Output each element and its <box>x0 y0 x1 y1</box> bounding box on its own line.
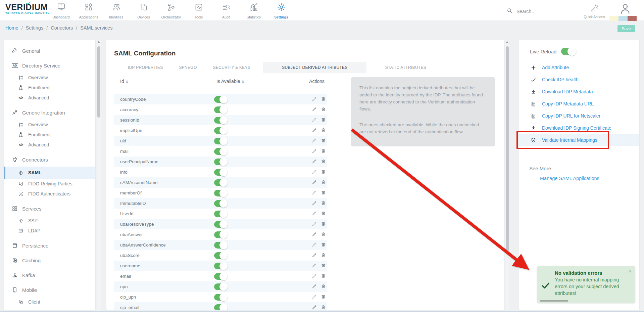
availability-toggle[interactable] <box>214 179 226 186</box>
edit-button[interactable] <box>312 200 317 207</box>
nav-item-identities[interactable]: Identities <box>102 1 130 20</box>
action-download-idp-signing-certificate[interactable]: Download IDP Signing Certificate <box>519 122 639 134</box>
sidebar-item-persistence[interactable]: Persistence <box>4 240 95 251</box>
main-panel-scrollbar[interactable] <box>505 40 509 310</box>
sidebar-item-fido-authenticators[interactable]: FIDO Authenticators <box>4 189 95 199</box>
live-reload-toggle[interactable] <box>561 48 575 55</box>
delete-button[interactable] <box>321 169 326 175</box>
search-input[interactable] <box>516 9 567 14</box>
delete-button[interactable] <box>321 273 326 279</box>
delete-button[interactable] <box>321 253 326 259</box>
availability-toggle[interactable] <box>214 273 226 280</box>
nav-item-tools[interactable]: Tools <box>185 1 212 20</box>
delete-button[interactable] <box>321 221 326 227</box>
tab-security-keys[interactable]: SECURITY & KEYS <box>205 62 259 73</box>
scrollbar-thumb[interactable] <box>506 46 509 252</box>
delete-button[interactable] <box>321 294 326 300</box>
availability-toggle[interactable] <box>214 200 226 207</box>
search-icon[interactable] <box>507 8 512 13</box>
edit-button[interactable] <box>312 169 317 175</box>
availability-toggle[interactable] <box>214 106 226 113</box>
sidebar-item-generic-integration[interactable]: Generic Integration <box>4 107 95 118</box>
availability-toggle[interactable] <box>214 283 226 290</box>
action-validate-internal-mappings[interactable]: Validate Internal Mappings <box>519 134 639 146</box>
tab-idp-properties[interactable]: IDP PROPERTIES <box>120 62 171 73</box>
edit-button[interactable] <box>312 148 317 154</box>
delete-button[interactable] <box>321 232 326 238</box>
user-avatar[interactable] <box>618 3 632 16</box>
scroll-up-arrow-icon[interactable] <box>97 41 100 43</box>
edit-button[interactable] <box>312 221 317 227</box>
sidebar-item-connectors[interactable]: Connectors <box>4 154 95 165</box>
delete-button[interactable] <box>321 138 326 144</box>
edit-button[interactable] <box>312 138 317 144</box>
sidebar-item-enrollment[interactable]: Enrollment <box>4 83 95 93</box>
availability-toggle[interactable] <box>214 263 226 269</box>
edit-button[interactable] <box>312 305 317 310</box>
nav-item-applications[interactable]: Applications <box>75 1 102 20</box>
edit-button[interactable] <box>312 180 317 186</box>
edit-button[interactable] <box>312 242 317 248</box>
toast-close-button[interactable]: × <box>629 268 632 274</box>
sidebar-item-ssp[interactable]: SSP <box>4 216 95 226</box>
sidebar-item-client[interactable]: Client <box>4 297 95 307</box>
scrollbar-thumb[interactable] <box>97 46 100 118</box>
sidebar-item-advanced[interactable]: </>Advanced <box>4 93 95 103</box>
sidebar-scrollbar[interactable] <box>97 40 101 310</box>
nav-item-audit[interactable]: Audit <box>212 1 240 20</box>
edit-button[interactable] <box>312 128 317 134</box>
sidebar-item-general[interactable]: General <box>4 46 95 56</box>
availability-toggle[interactable] <box>214 148 226 155</box>
edit-button[interactable] <box>312 117 317 123</box>
delete-button[interactable] <box>321 190 326 196</box>
sidebar-item-kafka[interactable]: Kafka <box>4 270 95 280</box>
action-copy-idp-metadata-url[interactable]: Copy IDP Metadata URL <box>519 98 639 110</box>
availability-toggle[interactable] <box>214 211 226 217</box>
sidebar-item-enrollment[interactable]: Enrollment <box>4 130 95 140</box>
availability-toggle[interactable] <box>214 252 226 259</box>
action-check-idp-health[interactable]: Check IDP health <box>519 74 639 86</box>
availability-toggle[interactable] <box>214 294 226 301</box>
edit-button[interactable] <box>312 232 317 238</box>
sidebar-item-advanced[interactable]: </>Advanced <box>4 140 95 150</box>
availability-toggle[interactable] <box>214 190 226 196</box>
sidebar-item-overview[interactable]: Overview <box>4 120 95 130</box>
availability-toggle[interactable] <box>214 127 226 134</box>
column-header-is-available[interactable]: Is Available⇅ <box>216 79 244 84</box>
sort-icon[interactable]: ⇅ <box>126 80 128 84</box>
nav-item-statistics[interactable]: Statistics <box>240 1 267 20</box>
edit-button[interactable] <box>312 284 317 290</box>
delete-button[interactable] <box>321 263 326 269</box>
edit-button[interactable] <box>312 294 317 300</box>
availability-toggle[interactable] <box>214 231 226 238</box>
availability-toggle[interactable] <box>214 96 226 103</box>
delete-button[interactable] <box>321 159 326 165</box>
delete-button[interactable] <box>321 107 326 113</box>
tab-spnego[interactable]: SPNEGO <box>171 62 205 73</box>
column-header-id[interactable]: Id⇅ <box>120 79 128 84</box>
nav-item-settings[interactable]: Settings <box>267 1 295 20</box>
delete-button[interactable] <box>321 242 326 248</box>
availability-toggle[interactable] <box>214 304 226 310</box>
delete-button[interactable] <box>321 128 326 134</box>
sidebar-item-saml[interactable]: SAML <box>4 167 95 179</box>
action-copy-idp-url-for-netscaler[interactable]: Copy IDP URL for Netscaler <box>519 110 639 122</box>
edit-button[interactable] <box>312 107 317 113</box>
availability-toggle[interactable] <box>214 242 226 249</box>
sort-icon[interactable]: ⇅ <box>242 80 244 84</box>
sidebar-item-caching[interactable]: Caching <box>4 255 95 265</box>
delete-button[interactable] <box>321 96 326 102</box>
tab-static-attributes[interactable]: STATIC ATTRIBUTES <box>377 62 434 73</box>
edit-button[interactable] <box>312 253 317 259</box>
delete-button[interactable] <box>321 180 326 186</box>
delete-button[interactable] <box>321 200 326 207</box>
sidebar-item-overview[interactable]: Overview <box>4 73 95 83</box>
breadcrumb-home[interactable]: Home <box>5 25 18 31</box>
scroll-up-arrow-icon[interactable] <box>506 41 508 43</box>
sidebar-item-services[interactable]: Services <box>4 204 95 214</box>
edit-button[interactable] <box>312 96 317 102</box>
delete-button[interactable] <box>321 148 326 154</box>
delete-button[interactable] <box>321 305 326 310</box>
delete-button[interactable] <box>321 211 326 217</box>
availability-toggle[interactable] <box>214 221 226 228</box>
